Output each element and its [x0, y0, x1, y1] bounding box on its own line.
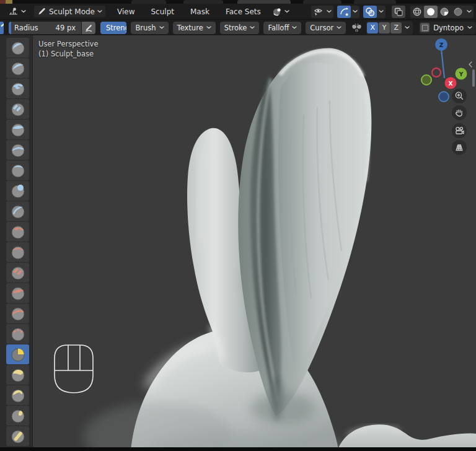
tool-scrape[interactable] [6, 283, 29, 303]
dyntopo-checkbox[interactable] [420, 23, 430, 32]
cursor-dropdown[interactable]: Cursor [306, 22, 346, 34]
texture-dropdown-label: Texture [177, 24, 203, 32]
active-tool-indicator [0, 22, 4, 34]
wireframe-sphere-icon [412, 7, 422, 17]
tool-multiplane-scrape[interactable] [6, 304, 29, 323]
sidebar-toggle[interactable] [466, 60, 475, 69]
rendered-sphere-icon [453, 7, 463, 17]
chevron-down-icon [379, 10, 384, 13]
cursor-dropdown-label: Cursor [310, 24, 333, 32]
texture-dropdown[interactable]: Texture [173, 22, 216, 34]
viewport-shading-group [410, 6, 474, 18]
region-scroll-sliver[interactable] [472, 69, 475, 87]
shading-solid-button[interactable] [424, 6, 438, 18]
blender-window: Sculpt Mode View Sculpt Mask Face Sets [0, 0, 476, 451]
tool-draw[interactable] [6, 38, 29, 58]
viewport-3d: User Perspective (1) Sculpt_base Z X Y [0, 35, 476, 451]
tool-settings-bar: Radius 49 px Strength 1.000 Brush Textur… [0, 20, 476, 36]
tool-pose[interactable] [6, 426, 29, 446]
navigation-gizmo[interactable]: Z X Y [419, 37, 476, 105]
mode-selector-dropdown[interactable]: Sculpt Mode [34, 6, 105, 17]
shading-rendered-button[interactable] [451, 6, 465, 18]
tool-thumb[interactable] [6, 406, 29, 426]
radius-widget: Radius 49 px [9, 22, 95, 34]
gizmo-dropdown[interactable] [351, 10, 359, 13]
pan-button[interactable] [452, 105, 467, 120]
menu-mask[interactable]: Mask [188, 6, 211, 17]
editor-type-selector[interactable] [5, 6, 29, 17]
axis-neg-z-ball [439, 92, 449, 102]
stylus-pressure-icon [84, 24, 93, 32]
tool-draw-sharp[interactable] [6, 58, 29, 78]
show-gizmo-toggle[interactable] [337, 6, 351, 18]
chevron-down-icon [405, 26, 410, 29]
shading-dropdown[interactable] [465, 10, 474, 13]
tool-flatten[interactable] [6, 242, 29, 262]
chevron-down-icon [292, 26, 297, 29]
tool-crease[interactable] [6, 201, 29, 221]
radius-slider[interactable]: Radius 49 px [9, 22, 81, 34]
symmetry-x-toggle[interactable]: X [367, 22, 378, 33]
axis-y-ball: Y [456, 68, 467, 80]
chevron-down-icon [467, 10, 472, 13]
pivot-dropdown[interactable] [269, 6, 293, 17]
overlays-dropdown[interactable] [377, 10, 386, 13]
menu-sculpt[interactable]: Sculpt [149, 6, 175, 17]
tool-elastic-deform[interactable] [6, 365, 29, 385]
stroke-dropdown[interactable]: Stroke [220, 22, 260, 34]
toggle-perspective-button[interactable] [452, 140, 467, 155]
falloff-dropdown[interactable]: Falloff [263, 22, 301, 34]
tool-layer[interactable] [6, 140, 29, 160]
symmetry-dropdown[interactable] [402, 26, 412, 29]
axis-neg-y-ball [432, 68, 441, 77]
zoom-button[interactable] [452, 89, 467, 103]
show-gizmo-group [337, 6, 359, 18]
brush-dropdown[interactable]: Brush [131, 22, 168, 34]
symmetry-icon [351, 22, 363, 33]
gizmo-icon [339, 7, 349, 17]
menu-view[interactable]: View [115, 6, 136, 17]
tool-clay-thumb[interactable] [6, 120, 29, 139]
symmetry-z-toggle[interactable]: Z [390, 22, 402, 33]
shading-wireframe-button[interactable] [410, 6, 424, 18]
radius-value: 49 px [56, 24, 81, 32]
chevron-down-icon [21, 10, 26, 13]
svg-text:Z: Z [439, 42, 444, 48]
axis-neg-x-ball [421, 75, 431, 85]
object-visibility-dropdown[interactable] [311, 6, 333, 18]
tool-blob[interactable] [6, 181, 29, 201]
camera-view-button[interactable] [452, 123, 467, 138]
object-name-label: (1) Sculpt_base [38, 49, 98, 59]
shading-material-button[interactable] [438, 6, 451, 18]
menu-face-sets[interactable]: Face Sets [224, 6, 263, 17]
tool-pinch[interactable] [6, 324, 29, 344]
show-overlays-group [363, 6, 386, 18]
radius-pressure-toggle[interactable] [82, 22, 95, 34]
tool-inflate[interactable] [6, 160, 29, 180]
axis-x-ball: X [445, 77, 457, 89]
dyntopo-group: Dyntopo [419, 22, 476, 34]
tool-snake-hook[interactable] [6, 385, 29, 405]
chevron-left-icon [467, 61, 474, 68]
tool-clay[interactable] [6, 79, 29, 99]
sculpt-canvas[interactable] [0, 35, 476, 451]
chevron-down-icon [206, 26, 211, 29]
material-sphere-icon [439, 7, 449, 17]
tool-fill[interactable] [6, 263, 29, 282]
falloff-dropdown-label: Falloff [268, 24, 289, 32]
mode-selector-label: Sculpt Mode [49, 7, 95, 16]
show-overlays-toggle[interactable] [363, 6, 377, 18]
symmetry-y-toggle[interactable]: Y [379, 22, 390, 33]
pivot-sphere-icon [272, 7, 282, 17]
tool-grab[interactable] [6, 344, 29, 364]
strength-label: Strength [100, 24, 126, 32]
tool-clay-strips[interactable] [6, 99, 29, 119]
xray-icon [394, 7, 403, 17]
toggle-xray-button[interactable] [392, 6, 405, 18]
sculpt-brush-icon [37, 7, 46, 16]
axis-z-ball: Z [435, 38, 447, 51]
perspective-label: User Perspective [38, 39, 98, 49]
chevron-down-icon [327, 10, 332, 13]
strength-slider[interactable]: Strength 1.000 [100, 22, 126, 34]
tool-smooth[interactable] [6, 222, 29, 242]
